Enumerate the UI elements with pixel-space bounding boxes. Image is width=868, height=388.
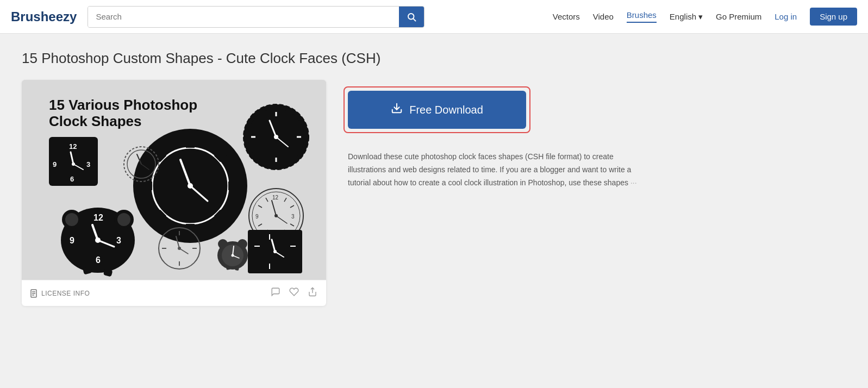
svg-point-19 <box>188 183 193 189</box>
chevron-down-icon: ▾ <box>698 12 703 22</box>
svg-point-72 <box>117 213 130 226</box>
more-link[interactable]: ··· <box>630 178 637 187</box>
svg-text:3: 3 <box>291 214 295 220</box>
language-label: English <box>670 12 696 21</box>
svg-rect-15 <box>136 182 152 190</box>
search-input[interactable] <box>88 7 399 27</box>
svg-point-80 <box>95 237 101 243</box>
svg-point-28 <box>274 135 278 139</box>
svg-text:3: 3 <box>86 160 90 168</box>
svg-point-88 <box>178 247 181 250</box>
file-icon <box>30 289 38 298</box>
svg-line-1 <box>414 18 416 21</box>
svg-text:12: 12 <box>272 195 279 201</box>
svg-text:9: 9 <box>70 236 74 245</box>
content-area: 15 Various Photoshop Clock Shapes <box>22 80 846 306</box>
svg-rect-7 <box>186 132 195 148</box>
preview-svg: 15 Various Photoshop Clock Shapes <box>22 80 326 280</box>
search-button[interactable] <box>399 7 424 27</box>
description: Download these cute photoshop clock face… <box>348 151 652 189</box>
comment-icon[interactable] <box>271 287 280 299</box>
svg-text:9: 9 <box>255 214 259 220</box>
header: Brusheezy Vectors Video Brushes English … <box>0 0 868 34</box>
description-text: Download these cute photoshop clock face… <box>348 151 652 189</box>
download-button-wrapper: Free Download <box>348 91 526 129</box>
page-title: 15 Photoshop Custom Shapes - Cute Clock … <box>22 50 846 67</box>
svg-text:3: 3 <box>116 236 121 245</box>
image-card: 15 Various Photoshop Clock Shapes <box>22 80 326 306</box>
svg-text:12: 12 <box>93 213 103 222</box>
preview-image: 15 Various Photoshop Clock Shapes <box>22 80 326 280</box>
go-premium-link[interactable]: Go Premium <box>716 12 761 21</box>
card-footer: LICENSE INFO <box>22 280 326 306</box>
right-panel: Free Download Download these cute photos… <box>348 80 846 189</box>
nav-brushes[interactable]: Brushes <box>627 10 657 23</box>
main-content: 15 Photoshop Custom Shapes - Cute Clock … <box>0 34 868 322</box>
svg-text:6: 6 <box>96 255 101 265</box>
signup-button[interactable]: Sign up <box>810 8 857 26</box>
heart-icon[interactable] <box>289 287 299 299</box>
svg-rect-12 <box>228 182 245 190</box>
license-label: LICENSE INFO <box>41 290 90 297</box>
svg-point-40 <box>72 162 75 166</box>
svg-text:15 Various Photoshop: 15 Various Photoshop <box>49 97 197 113</box>
svg-point-57 <box>274 214 278 217</box>
share-icon[interactable] <box>308 287 317 299</box>
download-icon <box>391 102 403 117</box>
login-button[interactable]: Log in <box>775 12 797 21</box>
language-selector[interactable]: English ▾ <box>670 12 703 22</box>
nav-video[interactable]: Video <box>593 12 614 21</box>
nav-vectors[interactable]: Vectors <box>553 12 580 21</box>
svg-point-97 <box>232 254 234 257</box>
svg-rect-8 <box>186 224 195 240</box>
nav-right: Vectors Video Brushes English ▾ Go Premi… <box>553 8 857 26</box>
svg-text:9: 9 <box>53 160 57 168</box>
search-bar <box>88 6 424 28</box>
svg-text:6: 6 <box>70 175 74 183</box>
license-info[interactable]: LICENSE INFO <box>30 289 90 298</box>
search-icon <box>407 12 416 22</box>
card-actions <box>271 287 317 299</box>
free-download-button[interactable]: Free Download <box>348 91 526 129</box>
free-download-label: Free Download <box>409 104 483 116</box>
svg-point-65 <box>273 250 277 253</box>
svg-text:12: 12 <box>69 142 77 151</box>
svg-text:Clock Shapes: Clock Shapes <box>49 113 142 129</box>
svg-point-71 <box>65 213 78 226</box>
logo[interactable]: Brusheezy <box>11 9 77 24</box>
